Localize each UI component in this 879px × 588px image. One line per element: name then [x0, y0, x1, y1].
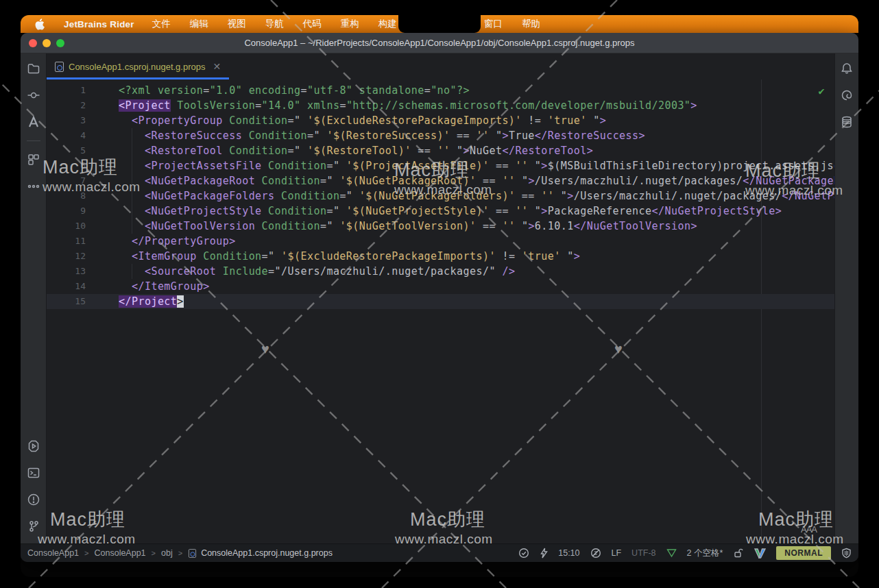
menu-item[interactable]: 代码	[293, 18, 331, 30]
props-file-icon	[55, 62, 64, 72]
code-token: !=	[522, 114, 548, 127]
code-token	[223, 114, 229, 127]
line-number[interactable]: 4	[47, 128, 86, 143]
code-text: <NuGetPackageFolders Condition=" '$(NuGe…	[86, 188, 834, 204]
code-editor[interactable]: ✔ 1<?xml version="1.0" encoding="utf-8" …	[47, 79, 834, 543]
highlighting-off-icon[interactable]	[590, 548, 601, 559]
green-triangle-icon[interactable]	[666, 548, 677, 558]
ai-assistant-icon[interactable]	[837, 86, 856, 105]
menu-item[interactable]: 文件	[143, 18, 180, 30]
menu-item[interactable]: 编辑	[180, 18, 218, 30]
code-line[interactable]: 7 <NuGetPackageRoot Condition=" '$(NuGet…	[47, 173, 834, 188]
terminal-icon[interactable]	[24, 463, 43, 482]
code-token: 'true'	[548, 114, 587, 127]
line-number[interactable]: 6	[47, 158, 86, 173]
tab-close-icon[interactable]: ✕	[213, 61, 221, 72]
menu-item[interactable]: 导航	[256, 18, 293, 30]
indent-info[interactable]: 2 个空格*	[687, 548, 723, 559]
code-line[interactable]: 1<?xml version="1.0" encoding="utf-8" st…	[47, 83, 834, 98]
code-line[interactable]: 12 <ItemGroup Condition=" '$(ExcludeRest…	[47, 249, 834, 264]
more-tool-windows-icon[interactable]	[24, 177, 43, 196]
code-line[interactable]: 15</Project>	[47, 294, 834, 309]
code-token: standalone	[359, 84, 424, 97]
code-line[interactable]: 10 <NuGetToolVersion Condition=" '$(NuGe…	[47, 219, 834, 234]
code-line[interactable]: 11 </PropertyGroup>	[47, 234, 834, 249]
window-title: ConsoleApp1 – ~/RiderProjects/ConsoleApp…	[21, 38, 858, 48]
rider-window: ConsoleApp1 – ~/RiderProjects/ConsoleApp…	[21, 33, 858, 562]
breadcrumb-separator: >	[84, 549, 88, 557]
code-line[interactable]: 3 <PropertyGroup Condition=" '$(ExcludeR…	[47, 113, 834, 128]
breadcrumb-item[interactable]: ConsoleApp1	[95, 548, 146, 558]
line-number[interactable]: 10	[47, 219, 86, 234]
run-services-icon[interactable]	[24, 437, 43, 456]
database-icon[interactable]	[837, 112, 856, 132]
line-number[interactable]: 15	[47, 294, 86, 309]
code-text: <PropertyGroup Condition=" '$(ExcludeRes…	[86, 113, 606, 128]
menu-item[interactable]: 视图	[218, 18, 256, 30]
line-number[interactable]: 7	[47, 173, 86, 188]
window-title-bar[interactable]: ConsoleApp1 – ~/RiderProjects/ConsoleApp…	[21, 33, 858, 53]
menu-item[interactable]: 重构	[331, 18, 369, 30]
code-token	[496, 265, 502, 278]
apple-menu-icon[interactable]	[21, 19, 56, 30]
breadcrumb-file[interactable]: ConsoleApp1.csproj.nuget.g.props	[188, 548, 333, 559]
code-token	[223, 145, 229, 157]
file-encoding[interactable]: UTF-8	[631, 548, 655, 558]
code-token: Condition	[262, 175, 320, 187]
notifications-bell-icon[interactable]	[837, 59, 856, 78]
code-token: "	[450, 145, 463, 157]
check-circle-icon[interactable]	[518, 548, 529, 559]
code-token	[255, 175, 261, 187]
caret-position[interactable]: 15:10	[558, 548, 579, 558]
minimize-window-button[interactable]	[43, 39, 51, 47]
code-token: ="	[320, 220, 339, 232]
close-window-button[interactable]	[29, 39, 37, 47]
breadcrumb-item[interactable]: ConsoleApp1	[27, 548, 79, 558]
version-control-icon[interactable]	[24, 517, 43, 536]
line-number[interactable]: 12	[47, 249, 86, 264]
code-line[interactable]: 8 <NuGetPackageFolders Condition=" '$(Nu…	[47, 188, 834, 204]
commit-icon[interactable]	[24, 86, 43, 105]
code-token: =	[424, 84, 431, 97]
breadcrumb: ConsoleApp1>ConsoleApp1>obj> ConsoleApp1…	[27, 548, 333, 559]
line-number[interactable]: 14	[47, 279, 86, 294]
line-number[interactable]: 5	[47, 143, 86, 158]
menu-item[interactable]: 帮助	[512, 18, 550, 30]
code-token: ToolsVersion	[177, 99, 255, 112]
code-token: </Project	[119, 295, 177, 308]
letter-a-icon[interactable]	[24, 112, 43, 132]
code-line[interactable]: 6 <ProjectAssetsFile Condition=" '$(Proj…	[47, 158, 834, 173]
vim-mode-badge[interactable]: NORMAL	[776, 546, 831, 560]
line-number[interactable]: 13	[47, 264, 86, 279]
line-number[interactable]: 11	[47, 234, 86, 249]
line-number[interactable]: 3	[47, 113, 86, 128]
line-number[interactable]: 2	[47, 98, 86, 113]
code-token: ==	[489, 160, 515, 172]
problems-icon[interactable]	[24, 490, 43, 509]
code-line[interactable]: 2<Project ToolsVersion="14.0" xmlns="htt…	[47, 98, 834, 113]
line-number[interactable]: 1	[47, 83, 86, 98]
line-separator[interactable]: LF	[612, 548, 622, 558]
code-line[interactable]: 13 <SourceRoot Include="/Users/maczhuli/…	[47, 264, 834, 279]
unlocked-padlock-icon[interactable]	[733, 548, 744, 559]
code-line[interactable]: 4 <RestoreSuccess Condition=" '$(Restore…	[47, 128, 834, 143]
code-line[interactable]: 5 <RestoreTool Condition=" '$(RestoreToo…	[47, 143, 834, 158]
tab-consoleapp1-props[interactable]: ConsoleApp1.csproj.nuget.g.props ✕	[47, 53, 229, 79]
code-token	[119, 175, 145, 187]
code-line[interactable]: 14 </ItemGroup>	[47, 279, 834, 294]
project-folder-icon[interactable]	[24, 59, 43, 78]
line-number[interactable]: 9	[47, 204, 86, 219]
breadcrumb-item[interactable]: obj	[161, 548, 173, 558]
menu-app-name[interactable]: JetBrains Rider	[56, 19, 143, 29]
shield-icon[interactable]	[841, 548, 852, 559]
code-text: </PropertyGroup>	[86, 234, 236, 249]
code-token: "	[528, 205, 541, 217]
tool-windows-squares-icon[interactable]	[24, 150, 43, 169]
rail-divider	[27, 140, 40, 141]
lightning-icon[interactable]	[540, 548, 548, 559]
zoom-window-button[interactable]	[56, 39, 64, 47]
code-token	[119, 130, 145, 142]
line-number[interactable]: 8	[47, 188, 86, 204]
code-line[interactable]: 9 <NuGetProjectStyle Condition=" '$(NuGe…	[47, 204, 834, 219]
ideavim-icon[interactable]	[754, 548, 766, 559]
